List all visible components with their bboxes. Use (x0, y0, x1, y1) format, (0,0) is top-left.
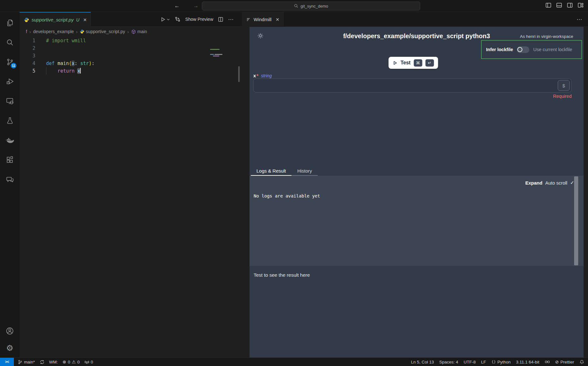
code-lines: 1# import wmill234def main(x: str):5 ret… (20, 37, 241, 75)
breadcrumb-separator: › (29, 29, 31, 34)
tab-filename: supportive_script.py (32, 17, 74, 22)
remote-explorer-icon[interactable] (2, 93, 17, 109)
cursor-position-item[interactable]: Ln 5, Col 13 (411, 360, 434, 364)
editor-scrollbar[interactable] (238, 66, 240, 82)
editor-group: supportive_script.py U ✕ Show Preview ⋯ (20, 12, 241, 357)
problems-item[interactable]: ⊗0 ⚠0 (62, 359, 79, 364)
settings-gear-icon[interactable]: ⚙ (2, 340, 17, 356)
forward-icon: → (193, 3, 199, 9)
encoding-item[interactable]: UTF-8 (464, 360, 476, 364)
variable-picker-button[interactable]: $ (558, 80, 570, 91)
radio-tower-icon (85, 360, 89, 364)
comments-icon[interactable] (2, 172, 17, 187)
python-interpreter-item[interactable]: 3.11.1 64-bit (516, 360, 539, 364)
logs-empty-message: No logs are available yet (254, 193, 320, 198)
line-number: 1 (20, 37, 35, 44)
line-number: 5 (20, 67, 35, 75)
cmd-key-icon: ⌘ (414, 59, 422, 67)
tab-history[interactable]: History (291, 166, 318, 176)
code-line[interactable]: 1# import wmill (20, 37, 241, 44)
language-mode-item[interactable]: Python (491, 360, 511, 364)
infer-lockfile-toggle[interactable] (517, 46, 529, 53)
enter-key-icon: ↵ (425, 59, 434, 67)
vscode-window: ← → git_sync_demo 11 (0, 0, 588, 366)
python-file-icon (24, 17, 29, 22)
code-editor[interactable]: 1# import wmill234def main(x: str):5 ret… (20, 36, 241, 357)
line-number: 4 (20, 60, 35, 67)
logs-panel: Expand Auto scroll ✓ No logs are availab… (250, 176, 584, 266)
minimap[interactable] (209, 47, 237, 101)
result-panel: Test to see the result here (250, 266, 584, 357)
notifications-bell-icon[interactable] (579, 360, 584, 364)
run-python-button[interactable] (160, 17, 170, 22)
eol-item[interactable]: LF (481, 360, 486, 364)
nav-back-button[interactable]: ← (173, 2, 181, 10)
toggle-secondary-sidebar-icon[interactable] (567, 2, 573, 8)
customize-layout-icon[interactable] (578, 2, 584, 8)
code-line[interactable]: 2 (20, 44, 241, 52)
breadcrumb: f › developers_example › supportive_scri… (20, 27, 241, 36)
run-icon (160, 17, 166, 22)
feedback-icon[interactable] (545, 359, 550, 364)
windmill-status-item[interactable]: WM: (49, 360, 58, 364)
tab-supportive-script[interactable]: supportive_script.py U ✕ (20, 12, 91, 27)
breadcrumb-folder[interactable]: developers_example (33, 29, 74, 34)
expand-button[interactable]: Expand (525, 180, 542, 186)
docker-icon[interactable] (2, 133, 17, 148)
editor-more-actions-icon[interactable]: ⋯ (228, 16, 234, 23)
windmill-more-actions-icon[interactable]: ⋯ (577, 16, 582, 23)
code-line[interactable]: 4def main(x: str): (20, 60, 241, 67)
chevron-down-icon (167, 18, 170, 21)
prettier-item[interactable]: ⊘ Prettier (555, 359, 574, 364)
windmill-webview: f/developers_example/supportive_script p… (250, 27, 584, 357)
branch-icon (18, 360, 22, 364)
tab-logs-result[interactable]: Logs & Result (251, 166, 291, 176)
breadcrumb-symbol[interactable]: main (131, 29, 147, 34)
breadcrumb-root[interactable]: f (26, 29, 27, 34)
error-icon: ⊗ (62, 359, 66, 364)
remote-indicator[interactable]: >< (0, 358, 14, 366)
autoscroll-label[interactable]: Auto scroll (545, 180, 567, 186)
argument-label: x* string (253, 73, 272, 78)
webview-scrollbar[interactable] (574, 176, 578, 265)
test-button[interactable]: Test ⌘ ↵ (389, 57, 438, 69)
account-icon[interactable] (2, 323, 17, 339)
tab-git-status: U (76, 17, 79, 22)
open-changes-icon[interactable] (175, 16, 180, 22)
python-file-icon (80, 29, 84, 34)
activity-bar: 11 ⚙ (0, 12, 20, 357)
line-number: 2 (20, 44, 35, 52)
search-sidebar-icon[interactable] (2, 35, 17, 50)
code-line[interactable]: 5 return x (20, 67, 241, 75)
nav-forward-button[interactable]: → (192, 2, 200, 10)
run-debug-icon[interactable] (2, 74, 17, 89)
breadcrumb-file[interactable]: supportive_script.py (80, 29, 125, 34)
tab-windmill[interactable]: Windmill ✕ (242, 12, 284, 27)
argument-input-wrap: $ (253, 79, 572, 92)
toggle-panel-icon[interactable] (556, 2, 562, 8)
git-branch-item[interactable]: main* (18, 360, 35, 364)
command-center-text: git_sync_demo (301, 4, 328, 9)
explorer-icon[interactable] (2, 15, 17, 30)
required-message: Required (553, 94, 572, 99)
testing-icon[interactable] (2, 113, 17, 128)
command-center-search[interactable]: git_sync_demo (202, 2, 420, 10)
tab-close-icon[interactable]: ✕ (83, 17, 87, 22)
sync-changes-item[interactable] (40, 360, 44, 364)
source-control-badge: 11 (11, 63, 16, 68)
run-context: As henri in virgin-workspace (520, 34, 573, 39)
use-current-lockfile-label: Use current lockfile (533, 47, 572, 52)
windmill-tab-close-icon[interactable]: ✕ (276, 17, 279, 22)
argument-x-input[interactable] (254, 79, 558, 92)
windmill-tab-bar: Windmill ✕ ⋯ (241, 12, 588, 27)
infer-lockfile-label: Infer lockfile (486, 47, 513, 52)
ports-item[interactable]: 0 (85, 360, 93, 364)
toggle-sidebar-icon[interactable] (545, 2, 551, 8)
extensions-icon[interactable] (2, 152, 17, 167)
code-line[interactable]: 3 (20, 52, 241, 60)
split-editor-icon[interactable] (218, 17, 223, 22)
source-control-icon[interactable]: 11 (2, 54, 17, 69)
braces-icon (491, 360, 496, 364)
indentation-item[interactable]: Spaces: 4 (439, 360, 458, 364)
show-preview-button[interactable]: Show Preview (185, 17, 213, 22)
